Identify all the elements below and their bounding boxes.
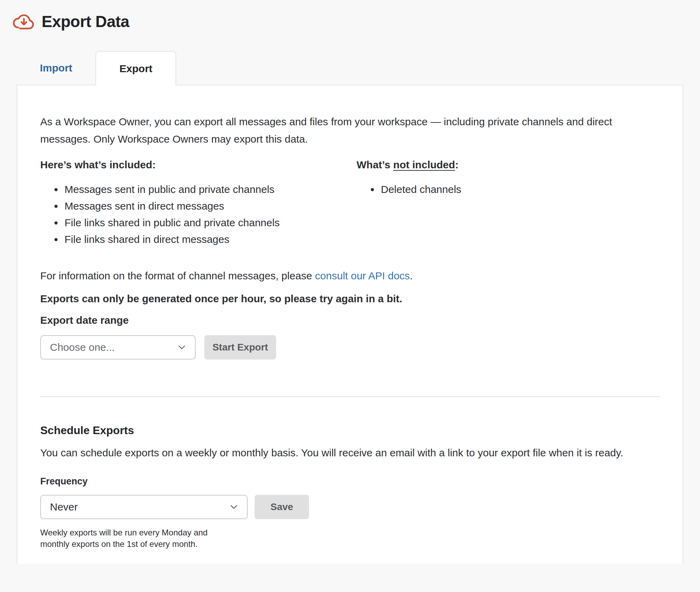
- frequency-select[interactable]: Never: [40, 495, 248, 519]
- rate-limit-note: Exports can only be generated once per h…: [40, 290, 660, 307]
- included-column: Here’s what’s included: Messages sent in…: [40, 156, 357, 248]
- schedule-helper-text: Weekly exports will be run every Monday …: [40, 527, 224, 550]
- frequency-label: Frequency: [40, 475, 660, 487]
- tab-bar: Import Export: [17, 51, 683, 85]
- schedule-exports-heading: Schedule Exports: [40, 423, 660, 438]
- start-export-button[interactable]: Start Export: [204, 335, 276, 360]
- api-docs-link[interactable]: consult our API docs: [315, 270, 410, 281]
- not-included-column: What’s not included: Deleted channels: [357, 156, 660, 248]
- included-columns: Here’s what’s included: Messages sent in…: [40, 156, 660, 248]
- api-note-suffix: .: [410, 270, 413, 281]
- included-list: Messages sent in public and private chan…: [40, 181, 357, 248]
- content-panel: As a Workspace Owner, you can export all…: [17, 85, 683, 564]
- export-date-range-select[interactable]: Choose one...: [40, 335, 196, 360]
- schedule-description: You can schedule exports on a weekly or …: [40, 444, 660, 462]
- schedule-controls-row: Never Save: [40, 495, 660, 519]
- select-value: Never: [50, 501, 78, 513]
- intro-text: As a Workspace Owner, you can export all…: [40, 113, 660, 148]
- tab-import[interactable]: Import: [17, 51, 95, 85]
- export-date-range-heading: Export date range: [40, 312, 660, 329]
- not-included-heading-underline: not included: [393, 159, 455, 170]
- page-header: Export Data: [12, 11, 700, 32]
- chevron-down-icon: [176, 342, 187, 353]
- chevron-down-icon: [228, 501, 239, 513]
- api-note: For information on the format of channel…: [40, 267, 660, 285]
- list-item: File links shared in public and private …: [63, 214, 357, 231]
- not-included-heading-prefix: What’s: [357, 159, 393, 170]
- save-button[interactable]: Save: [255, 495, 309, 519]
- list-item: Deleted channels: [379, 181, 660, 198]
- list-item: Messages sent in public and private chan…: [63, 181, 357, 198]
- cloud-download-icon: [12, 11, 35, 32]
- tab-export[interactable]: Export: [95, 51, 176, 85]
- section-divider: [40, 396, 660, 397]
- page-title: Export Data: [42, 12, 129, 31]
- not-included-heading-suffix: :: [455, 159, 459, 170]
- included-heading: Here’s what’s included:: [40, 156, 357, 174]
- not-included-list: Deleted channels: [357, 181, 660, 198]
- api-note-prefix: For information on the format of channel…: [40, 270, 315, 281]
- list-item: File links shared in direct messages: [63, 231, 357, 248]
- select-value: Choose one...: [50, 341, 115, 353]
- not-included-heading: What’s not included:: [357, 156, 660, 174]
- export-controls-row: Choose one... Start Export: [40, 335, 660, 360]
- list-item: Messages sent in direct messages: [63, 198, 357, 214]
